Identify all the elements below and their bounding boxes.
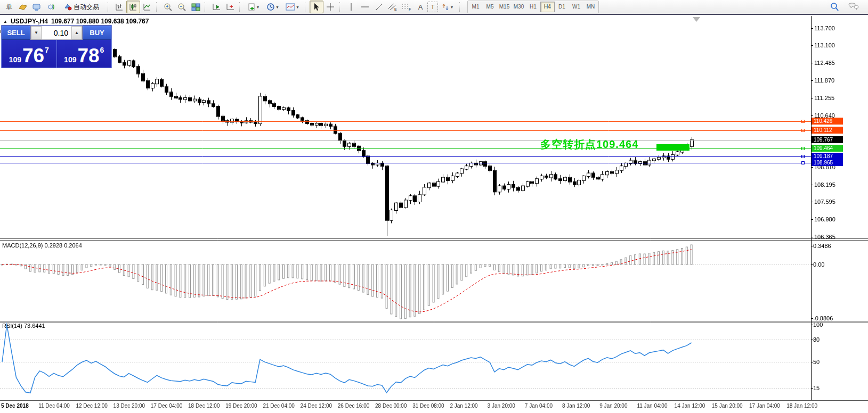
sell-price-prefix: 109 [9,54,21,65]
terminal-icon[interactable] [30,1,44,13]
text-label-tool-icon[interactable]: T [427,2,438,12]
time-axis-label: 26 Dec 16:00 [338,403,370,409]
time-axis-label: 19 Dec 20:00 [225,403,257,409]
tile-windows-icon[interactable] [189,1,202,13]
text-tool-icon[interactable]: A [413,1,427,13]
chart-symbol-period: USDJPY-,H4 [11,18,48,25]
zoom-in-icon[interactable] [161,1,175,13]
sell-price-big: 76 [22,47,44,65]
rsi-axis-tick: 80 [813,336,820,343]
toolbar-right [828,1,866,13]
bar-chart-type-icon[interactable] [112,1,126,13]
price-level-tag: 110.112 [812,127,843,134]
price-level-tag: 109.767 [812,136,843,143]
buy-price[interactable]: 109 78 6 [57,40,112,68]
toolbar-separator [339,2,342,12]
timeframe-button-h1[interactable]: H1 [526,2,540,12]
price-axis-tick: 107.595 [814,199,835,205]
one-click-trading-panel: SELL ▼ 0.10 ▲ BUY 109 76 7 109 78 6 [1,25,112,68]
timeframe-button-m30[interactable]: M30 [512,2,526,12]
signals-icon[interactable] [44,1,58,13]
volume-input[interactable]: 0.10 [42,26,71,39]
price-axis-tick: 111.870 [814,77,834,84]
volume-decrease-button[interactable]: ▼ [31,26,42,39]
equidistant-channel-tool-icon[interactable]: E [386,1,400,13]
chart-shift-marker[interactable] [693,17,700,22]
price-axis-tick: 113.100 [814,42,835,48]
chat-icon[interactable] [847,1,861,13]
time-axis-label: 13 Dec 20:00 [113,403,145,409]
dropdown-icon: ▼ [450,5,454,9]
time-axis-label: 17 Jan 04:00 [749,403,780,409]
time-axis-label: 11 Jan 04:00 [637,403,667,409]
svg-text:E: E [394,7,397,11]
time-axis-label: 28 Dec 00:00 [375,403,407,409]
buy-button[interactable]: BUY [83,26,111,40]
buy-price-pip: 6 [100,47,104,53]
price-axis-tick: 106.365 [814,234,835,240]
dropdown-icon: ▼ [275,5,279,9]
templates-button[interactable]: ▼ [282,1,303,13]
chart-shift-icon[interactable] [223,1,237,13]
toolbar-separator [239,2,242,12]
quotes-icon[interactable] [16,1,30,13]
buy-price-big: 78 [77,47,99,65]
macd-axis-tick: 0.00 [813,261,824,268]
pivot-annotation-text[interactable]: 多空转折点109.464 [540,137,638,152]
time-axis-label: 2 Jan 12:00 [450,403,477,409]
cursor-tool-icon[interactable] [310,1,323,13]
crosshair-tool-icon[interactable] [323,1,337,13]
vertical-line-tool-icon[interactable] [344,1,358,13]
timeframe-button-m15[interactable]: M15 [497,2,512,12]
toolbar-separator [205,2,207,12]
time-axis-label: 21 Dec 04:00 [263,403,295,409]
autotrading-label: 自动交易 [74,3,99,12]
price-axis-tick: 113.700 [814,25,835,31]
arrows-tool-button[interactable]: ▼ [438,1,457,13]
price-level-tag: 109.464 [812,145,843,152]
new-chart-button[interactable]: ▼ [244,1,263,13]
chart-canvas[interactable] [0,0,868,413]
time-axis-label: 15 Jan 20:00 [712,403,743,409]
trendline-tool-icon[interactable] [372,1,386,13]
toolbar-separator [156,2,159,12]
time-axis-label: 12 Dec 12:00 [76,403,108,409]
timeframe-button-m1[interactable]: M1 [468,2,483,12]
timeframe-button-d1[interactable]: D1 [555,2,569,12]
sell-price[interactable]: 109 76 7 [2,40,57,68]
line-chart-type-icon[interactable] [140,1,154,13]
toolbar-separator [459,2,462,12]
new-order-button[interactable]: 单 [2,1,16,13]
zoom-out-icon[interactable] [175,1,189,13]
price-axis-tick: 106.980 [814,216,835,222]
sell-button[interactable]: SELL [2,26,30,40]
macd-axis-tick: -0.8806 [813,315,833,321]
timeframe-button-m5[interactable]: M5 [483,2,497,12]
candlestick-chart-type-icon[interactable] [126,1,140,13]
collapse-chart-icon[interactable]: ▲ [3,19,7,24]
rsi-axis-tick: 50 [813,359,820,365]
time-axis-label: 11 Dec 04:00 [38,403,70,409]
time-axis-label: 8 Jan 12:00 [562,403,590,409]
timeframe-button-mn[interactable]: MN [583,2,598,12]
fibonacci-tool-icon[interactable]: F [400,1,413,13]
price-level-tag: 108.965 [812,159,843,166]
periods-button[interactable]: ▼ [263,1,282,13]
toolbar-separator [108,2,110,12]
search-icon[interactable] [828,1,841,13]
price-level-tag: 110.426 [812,118,843,125]
price-axis-tick: 108.195 [814,181,835,188]
autotrading-button[interactable]: 自动交易 [58,1,106,13]
time-axis-label: 18 Jan 12:00 [786,403,817,409]
horizontal-line-tool-icon[interactable] [358,1,372,13]
timeframe-button-h4[interactable]: H4 [540,2,555,12]
timeframe-button-w1[interactable]: W1 [569,2,583,12]
chart-ohlc-values: 109.677 109.880 109.638 109.767 [51,18,149,25]
chart-title: ▲ USDJPY-,H4 109.677 109.880 109.638 109… [3,18,149,25]
time-axis-label: 14 Jan 12:00 [675,403,705,409]
volume-increase-button[interactable]: ▲ [71,26,82,39]
sell-price-pip: 7 [45,47,49,53]
rsi-indicator-label: RSI(14) 73.6441 [2,323,45,329]
auto-scroll-icon[interactable] [209,1,223,13]
buy-price-prefix: 109 [64,54,76,65]
